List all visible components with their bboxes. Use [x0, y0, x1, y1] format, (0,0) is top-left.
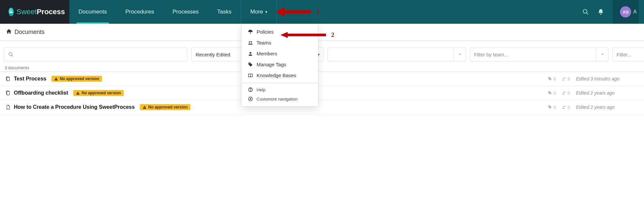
dd-manage-tags[interactable]: Manage Tags [242, 59, 318, 70]
tag-filter[interactable] [327, 47, 466, 61]
document-count: 3 documents [0, 64, 644, 72]
warning-icon [143, 105, 146, 109]
filter-row: Recently Edited ▾ Filter by team... Filt… [0, 41, 644, 64]
state-filter[interactable]: Filter... [612, 47, 644, 61]
chevron-down-icon [596, 48, 608, 61]
tag-count: 0 [548, 76, 556, 81]
nav-processes-label: Processes [173, 9, 199, 15]
svg-point-14 [564, 77, 565, 79]
nav-documents-label: Documents [79, 9, 107, 15]
state-filter-placeholder: Filter... [613, 52, 644, 57]
svg-point-1 [250, 41, 252, 43]
user-menu[interactable]: AS A [613, 0, 639, 24]
document-list: Test Process No approved version 0 0 Edi… [0, 72, 644, 114]
team-filter-placeholder: Filter by team... [470, 52, 596, 57]
help-icon [247, 87, 253, 92]
nav-tasks-label: Tasks [217, 9, 231, 15]
search-field[interactable] [16, 52, 183, 57]
team-count: 0 [562, 76, 570, 81]
svg-point-5 [250, 91, 250, 91]
list-item[interactable]: How to Create a Procedure Using SweetPro… [0, 100, 644, 114]
brand-logo[interactable]: SweetProcess [0, 0, 69, 24]
nav-items: Documents Procedures Processes Tasks Mor… [69, 0, 577, 24]
brand-sweet: Sweet [16, 8, 37, 16]
svg-point-7 [583, 10, 587, 14]
svg-rect-10 [7, 77, 10, 81]
chevron-down-icon [454, 48, 466, 61]
svg-point-2 [249, 52, 251, 53]
list-item[interactable]: Test Process No approved version 0 0 Edi… [0, 72, 644, 86]
breadcrumb: Documents [0, 24, 644, 41]
svg-rect-16 [7, 91, 10, 95]
row-meta: 0 0 Edited 3 minutes ago [548, 76, 639, 81]
tag-icon [247, 62, 253, 67]
umbrella-icon [247, 29, 253, 35]
dd-members[interactable]: Members [242, 48, 318, 59]
dd-teams-label: Teams [257, 40, 271, 45]
more-dropdown: Policies Teams Members Manage Tags [241, 24, 318, 106]
dd-members-label: Members [257, 51, 277, 56]
svg-rect-11 [56, 78, 56, 79]
list-item[interactable]: Offboarding checklist No approved versio… [0, 86, 644, 100]
search-field-icon [8, 52, 14, 57]
svg-rect-17 [78, 93, 78, 94]
file-icon [5, 90, 11, 96]
dd-customize-nav-label: Customize navigation [257, 97, 298, 102]
dd-teams[interactable]: Teams [242, 37, 318, 48]
nav-processes[interactable]: Processes [163, 0, 208, 24]
nav-procedures[interactable]: Procedures [116, 0, 163, 24]
dd-manage-tags-label: Manage Tags [257, 62, 286, 67]
svg-point-13 [563, 77, 564, 79]
dd-knowledge-bases-label: Knowledge Bases [257, 73, 296, 78]
file-icon [5, 105, 11, 110]
edited-timestamp: Edited 2 years ago [576, 90, 639, 96]
dd-policies[interactable]: Policies [242, 26, 318, 37]
nav-documents[interactable]: Documents [69, 0, 116, 24]
search-input[interactable] [4, 47, 187, 61]
status-badge: No approved version [140, 104, 190, 110]
nav-more-label: More [250, 9, 263, 15]
status-badge-label: No approved version [81, 91, 121, 95]
home-icon[interactable] [6, 28, 12, 36]
svg-rect-21 [145, 107, 145, 108]
breadcrumb-label[interactable]: Documents [15, 29, 45, 36]
tag-count: 0 [548, 105, 556, 110]
row-meta: 0 0 Edited 2 years ago [548, 90, 639, 96]
dd-separator [242, 83, 318, 83]
logo-icon [9, 8, 14, 16]
dd-help[interactable]: Help [242, 85, 318, 94]
svg-point-0 [249, 41, 250, 43]
status-badge: No approved version [73, 90, 123, 96]
dd-knowledge-bases[interactable]: Knowledge Bases [242, 70, 318, 81]
svg-rect-12 [56, 80, 56, 80]
svg-point-24 [564, 106, 565, 107]
compass-icon [247, 96, 253, 102]
svg-point-20 [564, 92, 565, 93]
document-title: How to Create a Procedure Using SweetPro… [14, 104, 135, 110]
status-badge: No approved version [51, 76, 102, 82]
book-icon [247, 73, 253, 78]
team-count: 0 [562, 105, 570, 110]
edited-timestamp: Edited 3 minutes ago [576, 76, 639, 81]
warning-icon [54, 77, 58, 81]
document-count-label: 3 documents [5, 65, 29, 70]
bell-icon[interactable] [597, 9, 604, 15]
person-icon [247, 51, 253, 56]
search-icon[interactable] [582, 9, 589, 15]
svg-point-8 [9, 52, 12, 55]
nav-procedures-label: Procedures [125, 9, 154, 15]
team-filter[interactable]: Filter by team... [470, 47, 608, 61]
tag-count: 0 [548, 91, 556, 96]
dd-help-label: Help [257, 87, 266, 92]
users-icon [247, 40, 253, 45]
nav-tasks[interactable]: Tasks [208, 0, 241, 24]
dd-customize-nav[interactable]: Customize navigation [242, 94, 318, 104]
svg-point-23 [563, 106, 564, 107]
svg-rect-22 [145, 108, 145, 108]
avatar: AS [620, 6, 631, 17]
row-meta: 0 0 Edited 2 years ago [548, 105, 639, 110]
status-badge-label: No approved version [60, 76, 99, 81]
svg-point-3 [249, 63, 250, 64]
document-title: Test Process [14, 76, 46, 82]
nav-more[interactable]: More ▾ Policies Teams Members [241, 0, 277, 24]
